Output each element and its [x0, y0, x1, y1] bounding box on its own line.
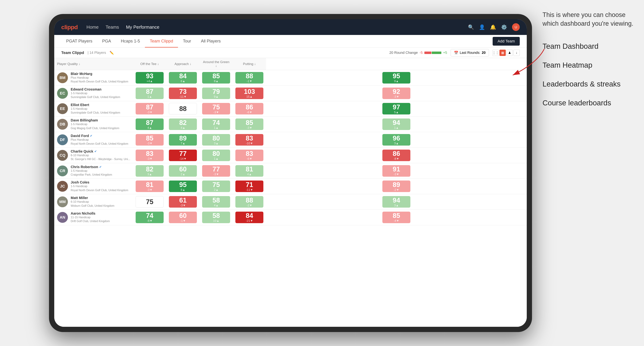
player-name: Elliot Ebert: [71, 103, 130, 107]
player-name: Charlie Quick ✔: [71, 149, 130, 154]
score-box: 85 -3▼: [136, 134, 164, 146]
view-icon-list[interactable]: ⋮⋮: [492, 50, 499, 56]
score-cell-1: 95 8▲: [166, 178, 200, 194]
score-box: 88 -1▼: [235, 72, 264, 84]
user-avatar[interactable]: U: [512, 23, 520, 31]
table-row[interactable]: CR Chris Robertson ✔ 1-5 Handicap Craigm…: [54, 163, 527, 178]
tab-pga[interactable]: PGA: [97, 35, 116, 47]
edit-icon[interactable]: ✏️: [110, 51, 114, 55]
score-box: 88 -2▼: [235, 196, 264, 208]
score-box: 97 5▲: [382, 103, 410, 114]
player-count: | 14 Players: [88, 51, 106, 55]
table-row[interactable]: JC Josh Coles 1-5 Handicap Royal North D…: [54, 178, 527, 194]
tab-hcaps[interactable]: Hcaps 1-5: [116, 35, 145, 47]
table-row[interactable]: BM Blair McHarg Plus Handicap Royal Nort…: [54, 70, 527, 86]
score-box: 87 4▲: [136, 119, 164, 130]
score-box: 86 -8▼: [382, 150, 410, 161]
score-box: 75: [136, 196, 164, 208]
player-cell: MM Matt Miller 6-10 Handicap Woburn Golf…: [54, 194, 133, 209]
player-info: Edward Crossman 1-5 Handicap Sunningdale…: [71, 87, 130, 99]
score-cell-3: 88 -1▼: [233, 70, 266, 86]
verified-icon: ✔: [90, 134, 92, 138]
table-row[interactable]: EC Edward Crossman 1-5 Handicap Sunningd…: [54, 85, 527, 101]
score-cell-0: 74 -8▼: [133, 210, 166, 225]
score-cell-2: 80 3▲: [200, 132, 233, 148]
score-box: 77 -14▼: [169, 150, 197, 161]
profile-icon[interactable]: 👤: [479, 24, 485, 30]
table-row[interactable]: CQ Charlie Quick ✔ 6-10 Handicap St. Geo…: [54, 148, 527, 163]
score-cell-0: 81 -3▼: [133, 178, 166, 194]
score-cell-2: 74 1▲: [200, 117, 233, 132]
score-box: 95 9▲: [382, 72, 410, 84]
table-row[interactable]: EE Elliot Ebert 1-5 Handicap Sunningdale…: [54, 101, 527, 117]
score-box: 83 -3▼: [136, 150, 164, 161]
player-club: Sunningdale Golf Club, United Kingdom: [71, 95, 130, 99]
col-header-approach[interactable]: Approach ↓: [166, 58, 200, 70]
score-box: 93 +4▲: [136, 72, 164, 84]
last-rounds-button[interactable]: 📅 Last Rounds: 20: [450, 49, 489, 56]
player-cell: DB Dave Billingham 1-5 Handicap Gog Mago…: [54, 117, 133, 132]
table-row[interactable]: AN Aaron Nicholls 11-15 Handicap Drift G…: [54, 210, 527, 225]
player-handicap: 1-5 Handicap: [71, 91, 130, 95]
score-box: 74 1▲: [202, 119, 230, 130]
score-cell-1: 84 6▲: [166, 70, 200, 86]
score-cell-4: 94 3▲: [266, 194, 527, 210]
col-header-off-tee[interactable]: Off the Tee ↓: [133, 58, 166, 70]
table-row[interactable]: DB Dave Billingham 1-5 Handicap Gog Mago…: [54, 117, 527, 132]
score-box: 74 -8▼: [136, 212, 164, 223]
player-handicap: 6-10 Handicap: [71, 154, 130, 157]
player-info: Elliot Ebert 1-5 Handicap Sunningdale Go…: [71, 103, 130, 115]
player-avatar: MM: [57, 196, 68, 207]
nav-item-home[interactable]: Home: [86, 24, 98, 30]
search-icon[interactable]: 🔍: [468, 24, 474, 30]
score-box: 82 4▲: [169, 119, 197, 130]
annotation-items: Team Dashboard Team Heatmap Leaderboards…: [542, 42, 634, 107]
settings-icon[interactable]: ⚙️: [501, 24, 507, 30]
score-box: 88: [169, 103, 197, 114]
score-cell-3: 88 -2▼: [233, 194, 266, 210]
col-header-putting[interactable]: Putting ↓: [233, 58, 266, 70]
score-box: 75 -3▼: [202, 103, 230, 114]
player-cell: DF David Ford ✔ Plus Handicap Royal Nort…: [54, 132, 133, 148]
player-info: Chris Robertson ✔ 1-5 Handicap Craigmill…: [71, 165, 130, 177]
player-handicap: 11-15 Handicap: [71, 215, 130, 219]
score-cell-1: 77 -14▼: [166, 148, 200, 163]
score-box: 75 2▲: [202, 180, 230, 192]
score-box: 91 -3▼: [382, 165, 410, 177]
tab-all-players[interactable]: All Players: [196, 35, 226, 47]
verified-icon: ✔: [94, 150, 96, 153]
ipad-frame: clippd Home Teams My Performance 🔍 👤 🔔 ⚙…: [49, 14, 532, 332]
tab-pgat[interactable]: PGAT Players: [61, 35, 97, 47]
score-box: 89 7▲: [169, 134, 197, 146]
round-change: 20 Round Change -5 +5: [390, 51, 447, 55]
score-cell-2: 79 9▲: [200, 85, 233, 101]
score-cell-4: 89 -2▼: [266, 178, 527, 194]
bell-icon[interactable]: 🔔: [490, 24, 496, 30]
data-table: Player Quality ↓ Off the Tee ↓ Approach …: [54, 58, 527, 225]
player-handicap: 1-5 Handicap: [71, 122, 130, 126]
verified-icon: ✔: [99, 165, 102, 169]
col-header-around-green[interactable]: Around the Green ↓: [200, 58, 233, 70]
player-club: Sunningdale Golf Club, United Kingdom: [71, 111, 130, 115]
score-cell-4: 94 1▲: [266, 117, 527, 132]
top-nav: clippd Home Teams My Performance 🔍 👤 🔔 ⚙…: [54, 19, 527, 35]
score-box: 103 15▲: [235, 88, 264, 99]
player-info: Matt Miller 6-10 Handicap Woburn Golf Cl…: [71, 196, 130, 208]
score-box: 87 -3▼: [136, 103, 164, 114]
score-cell-3: 83 -6▼: [233, 148, 266, 163]
table-row[interactable]: MM Matt Miller 6-10 Handicap Woburn Golf…: [54, 194, 527, 210]
tab-tour[interactable]: Tour: [178, 35, 196, 47]
tab-team-clippd[interactable]: Team Clippd: [145, 35, 178, 47]
nav-item-teams[interactable]: Teams: [106, 24, 119, 30]
score-cell-3: 86 -6▼: [233, 101, 266, 117]
table-row[interactable]: DF David Ford ✔ Plus Handicap Royal Nort…: [54, 132, 527, 148]
score-cell-4: 95 9▲: [266, 70, 527, 86]
score-cell-1: 88: [166, 101, 200, 117]
add-team-button[interactable]: Add Team: [492, 37, 520, 46]
score-box: 86 -6▼: [235, 103, 264, 114]
player-cell: CR Chris Robertson ✔ 1-5 Handicap Craigm…: [54, 163, 133, 178]
score-box: 58 10▲: [202, 212, 230, 223]
annotation-area: This is where you can choose which dashb…: [542, 10, 634, 118]
nav-item-my-performance[interactable]: My Performance: [126, 24, 160, 30]
player-club: Woburn Golf Club, United Kingdom: [71, 204, 130, 208]
